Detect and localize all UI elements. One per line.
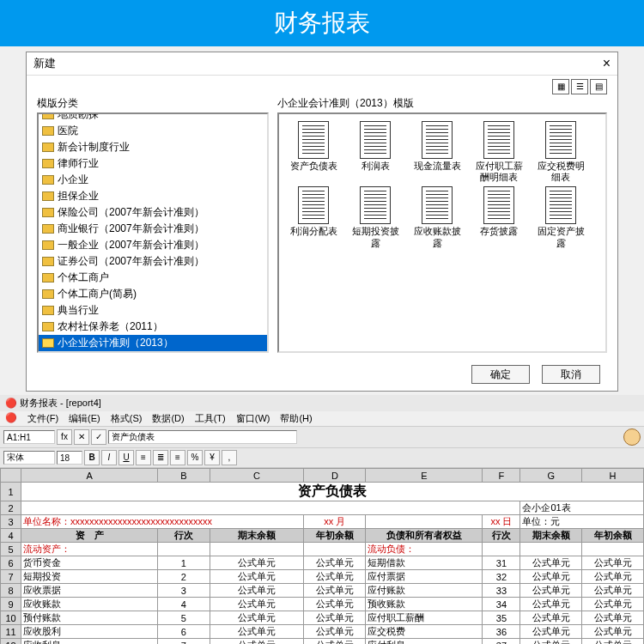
cell[interactable]: 公式单元 bbox=[304, 598, 366, 611]
cell[interactable]: 公式单元 bbox=[520, 625, 582, 639]
cell[interactable]: 34 bbox=[483, 598, 520, 611]
cell[interactable] bbox=[520, 543, 582, 556]
col-header[interactable]: E bbox=[366, 469, 483, 483]
menu-item[interactable]: 工具(T) bbox=[191, 412, 229, 425]
menu-item[interactable]: 文件(F) bbox=[24, 412, 62, 425]
cell[interactable]: 31 bbox=[483, 556, 520, 570]
col-header[interactable]: B bbox=[158, 469, 210, 483]
category-item[interactable]: 保险公司（2007年新会计准则） bbox=[39, 204, 267, 221]
cell[interactable]: 公式单元 bbox=[304, 639, 366, 645]
category-item[interactable]: 担保企业 bbox=[39, 188, 267, 204]
cell[interactable]: 短期投资 bbox=[21, 570, 158, 584]
cell[interactable] bbox=[483, 543, 520, 556]
italic-icon[interactable]: I bbox=[101, 450, 117, 465]
row-header[interactable]: 1 bbox=[1, 483, 21, 501]
template-item[interactable]: 资产负债表 bbox=[286, 121, 341, 183]
cell[interactable] bbox=[582, 543, 644, 556]
cell[interactable]: 7 bbox=[158, 639, 210, 645]
col-header[interactable]: A bbox=[21, 469, 158, 483]
view-list-icon[interactable]: ☰ bbox=[571, 79, 588, 94]
cell[interactable]: 应付职工薪酬 bbox=[366, 611, 483, 625]
category-item[interactable]: 律师行业 bbox=[39, 155, 267, 172]
confirm-icon[interactable]: ✓ bbox=[91, 429, 106, 445]
cell[interactable]: 37 bbox=[483, 639, 520, 645]
cell[interactable]: 公式单元 bbox=[520, 584, 582, 598]
cell[interactable]: 公式单元 bbox=[582, 639, 644, 645]
align-right-icon[interactable]: ≡ bbox=[170, 450, 185, 465]
category-tree[interactable]: 外商投资企业股份制地质勘探医院新会计制度行业律师行业小企业担保企业保险公司（20… bbox=[37, 112, 269, 353]
category-item[interactable]: 新会计制度行业 bbox=[39, 139, 267, 155]
cell[interactable]: 2 bbox=[158, 570, 210, 584]
cell[interactable]: 应付账款 bbox=[366, 584, 483, 598]
cell[interactable]: 应付利息 bbox=[366, 639, 483, 645]
formula-input[interactable] bbox=[108, 430, 297, 444]
font-select[interactable] bbox=[3, 451, 55, 465]
category-item[interactable]: 小企业会计准则（2013） bbox=[39, 335, 267, 351]
category-item[interactable]: 农村社保养老（2011） bbox=[39, 319, 267, 335]
cell[interactable]: 35 bbox=[483, 611, 520, 625]
cell[interactable] bbox=[304, 543, 366, 556]
cell[interactable]: 公式单元 bbox=[304, 584, 366, 598]
cell[interactable]: 应收股利 bbox=[21, 625, 158, 639]
cell[interactable]: 公式单元 bbox=[210, 584, 304, 598]
cell[interactable]: 公式单元 bbox=[582, 611, 644, 625]
category-item[interactable]: 商业银行（2007年新会计准则） bbox=[39, 221, 267, 237]
cell[interactable]: 5 bbox=[158, 611, 210, 625]
cell[interactable]: 公式单元 bbox=[582, 625, 644, 639]
col-header[interactable]: F bbox=[483, 469, 520, 483]
template-item[interactable]: 存货披露 bbox=[471, 186, 526, 248]
cell[interactable]: 6 bbox=[158, 625, 210, 639]
category-item[interactable]: 证券公司（2007年新会计准则） bbox=[39, 253, 267, 270]
align-left-icon[interactable]: ≡ bbox=[136, 450, 151, 465]
cell[interactable]: 预收账款 bbox=[366, 598, 483, 611]
cell[interactable] bbox=[210, 543, 304, 556]
view-detail-icon[interactable]: ▤ bbox=[590, 79, 607, 94]
template-item[interactable]: 固定资产披露 bbox=[533, 186, 588, 248]
cell[interactable]: 流动资产： bbox=[21, 543, 158, 556]
template-item[interactable]: 短期投资披露 bbox=[348, 186, 403, 248]
cell[interactable]: 应交税费 bbox=[366, 625, 483, 639]
cell[interactable]: 公式单元 bbox=[304, 556, 366, 570]
menu-item[interactable]: 编辑(E) bbox=[65, 412, 104, 425]
template-item[interactable]: 现金流量表 bbox=[410, 121, 465, 183]
cell[interactable]: 应收票据 bbox=[21, 584, 158, 598]
cell[interactable]: 公式单元 bbox=[582, 570, 644, 584]
align-center-icon[interactable]: ≣ bbox=[153, 450, 168, 465]
col-header[interactable]: H bbox=[582, 469, 644, 483]
cell[interactable]: 应收利息 bbox=[21, 639, 158, 645]
cell[interactable]: 公式单元 bbox=[582, 556, 644, 570]
cell[interactable]: 公式单元 bbox=[304, 570, 366, 584]
currency-icon[interactable]: ¥ bbox=[204, 450, 220, 465]
spreadsheet[interactable]: ABCDEFGH1资产负债表2会小企01表3单位名称：xxxxxxxxxxxxx… bbox=[0, 468, 644, 644]
underline-icon[interactable]: U bbox=[118, 450, 134, 465]
col-header[interactable]: G bbox=[520, 469, 582, 483]
fx-icon[interactable]: fx bbox=[57, 429, 72, 445]
cell[interactable]: 公式单元 bbox=[582, 598, 644, 611]
bold-icon[interactable]: B bbox=[84, 450, 100, 465]
cell[interactable]: 1 bbox=[158, 556, 210, 570]
cell-ref-input[interactable] bbox=[3, 430, 55, 444]
category-item[interactable]: 典当行业 bbox=[39, 302, 267, 319]
category-item[interactable]: 地质勘探 bbox=[39, 112, 267, 123]
cell[interactable]: 应付票据 bbox=[366, 570, 483, 584]
cell[interactable]: 公式单元 bbox=[210, 639, 304, 645]
cell[interactable]: 公式单元 bbox=[210, 598, 304, 611]
template-item[interactable]: 应付职工薪酬明细表 bbox=[471, 121, 526, 183]
ok-button[interactable]: 确定 bbox=[471, 365, 530, 384]
template-item[interactable]: 应收账款披露 bbox=[410, 186, 465, 248]
cell[interactable]: 4 bbox=[158, 598, 210, 611]
category-item[interactable]: 医院 bbox=[39, 123, 267, 139]
cell[interactable]: 公式单元 bbox=[304, 611, 366, 625]
cell[interactable]: 公式单元 bbox=[210, 570, 304, 584]
cell[interactable]: 公式单元 bbox=[210, 611, 304, 625]
cell[interactable]: 预付账款 bbox=[21, 611, 158, 625]
menu-item[interactable]: 格式(S) bbox=[107, 412, 146, 425]
category-item[interactable]: 个体工商户(简易) bbox=[39, 286, 267, 302]
cell[interactable]: 36 bbox=[483, 625, 520, 639]
template-item[interactable]: 利润表 bbox=[348, 121, 403, 183]
cell[interactable]: 流动负债： bbox=[366, 543, 483, 556]
cell[interactable]: 32 bbox=[483, 570, 520, 584]
cell[interactable]: 公式单元 bbox=[210, 625, 304, 639]
cell[interactable]: 货币资金 bbox=[21, 556, 158, 570]
cell[interactable]: 公式单元 bbox=[520, 639, 582, 645]
